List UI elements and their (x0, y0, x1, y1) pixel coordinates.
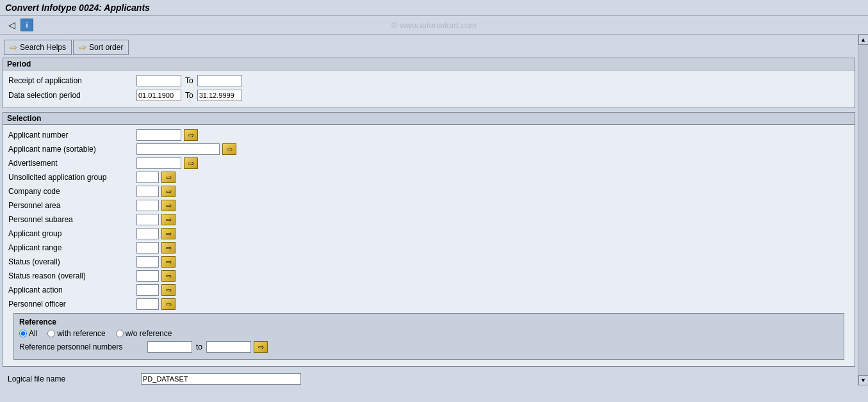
scrollbar[interactable]: ▲ ▼ (858, 35, 868, 385)
applicant-number-arrow[interactable] (184, 129, 198, 141)
status-reason-label: Status reason (overall) (8, 271, 136, 280)
applicant-number-label: Applicant number (8, 131, 136, 140)
applicant-group-row: Applicant group (8, 227, 849, 240)
receipt-to-input[interactable] (197, 75, 242, 86)
logical-file-row: Logical file name (3, 371, 855, 385)
applicant-range-label: Applicant range (8, 243, 136, 252)
receipt-label: Receipt of application (8, 76, 136, 85)
ref-personnel-to-label: to (196, 342, 202, 351)
data-selection-to-label: To (185, 91, 193, 100)
applicant-action-row: Applicant action (8, 284, 849, 296)
receipt-to-label: To (185, 76, 193, 85)
applicant-action-label: Applicant action (8, 285, 136, 294)
radio-all[interactable]: All (19, 329, 37, 338)
status-reason-row: Status reason (overall) (8, 269, 849, 282)
applicant-group-input[interactable] (136, 228, 159, 239)
applicant-group-arrow[interactable] (161, 228, 176, 239)
company-code-row: Company code (8, 185, 849, 198)
status-overall-arrow[interactable] (161, 256, 176, 268)
personnel-officer-label: Personnel officer (8, 300, 136, 309)
ref-personnel-row: Reference personnel numbers to (19, 341, 839, 353)
personnel-subarea-label: Personnel subarea (8, 215, 136, 224)
personnel-area-label: Personnel area (8, 201, 136, 210)
reference-title: Reference (19, 318, 839, 326)
receipt-row: Receipt of application To (8, 74, 849, 87)
search-helps-icon: ⇨ (10, 42, 17, 52)
unsolicited-label: Unsolicited application group (8, 173, 136, 182)
unsolicited-input[interactable] (136, 172, 159, 183)
logical-file-input[interactable] (141, 373, 301, 385)
scroll-track (858, 45, 869, 375)
page-title: Convert Infotype 0024: Applicants (0, 0, 868, 16)
selection-section: Selection Applicant number Applicant nam… (3, 112, 855, 367)
company-code-label: Company code (8, 187, 136, 196)
advertisement-arrow[interactable] (184, 157, 198, 169)
unsolicited-arrow[interactable] (161, 172, 176, 183)
period-title: Period (3, 58, 855, 70)
logical-file-label: Logical file name (8, 374, 136, 383)
sort-order-icon: ⇨ (79, 42, 86, 52)
sort-order-button[interactable]: ⇨ Sort order (73, 40, 129, 55)
data-selection-row: Data selection period To (8, 89, 849, 102)
applicant-name-arrow[interactable] (222, 143, 236, 155)
radio-without-ref-input[interactable] (116, 330, 124, 337)
radio-all-input[interactable] (19, 330, 27, 337)
reference-radio-row: All with reference w/o reference (19, 329, 839, 338)
company-code-input[interactable] (136, 186, 159, 197)
status-reason-input[interactable] (136, 270, 159, 282)
status-overall-row: Status (overall) (8, 255, 849, 268)
period-content: Receipt of application To Data selection… (3, 70, 855, 108)
personnel-subarea-input[interactable] (136, 214, 159, 225)
back-icon[interactable]: ◁ (5, 19, 18, 31)
status-overall-input[interactable] (136, 256, 159, 268)
company-code-arrow[interactable] (161, 186, 176, 197)
applicant-action-input[interactable] (136, 284, 159, 296)
period-section: Period Receipt of application To Data se… (3, 58, 855, 108)
watermark: © www.tutorialkart.com (391, 20, 477, 30)
personnel-officer-arrow[interactable] (161, 298, 176, 310)
applicant-number-input[interactable] (136, 129, 181, 141)
personnel-subarea-row: Personnel subarea (8, 213, 849, 226)
search-helps-button[interactable]: ⇨ Search Helps (4, 40, 72, 55)
radio-without-ref[interactable]: w/o reference (116, 329, 172, 338)
data-selection-to-input[interactable] (197, 90, 242, 101)
action-toolbar: ⇨ Search Helps ⇨ Sort order (3, 37, 855, 58)
reference-section: Reference All with reference w/o refe (13, 313, 844, 360)
selection-title: Selection (3, 113, 855, 125)
personnel-officer-row: Personnel officer (8, 298, 849, 310)
applicant-name-row: Applicant name (sortable) (8, 143, 849, 156)
personnel-area-input[interactable] (136, 200, 159, 211)
applicant-action-arrow[interactable] (161, 284, 176, 296)
personnel-officer-input[interactable] (136, 298, 159, 310)
applicant-range-row: Applicant range (8, 241, 849, 254)
selection-content: Applicant number Applicant name (sortabl… (3, 125, 855, 366)
scroll-down-button[interactable]: ▼ (858, 375, 869, 385)
ref-personnel-to-input[interactable] (206, 341, 251, 353)
advertisement-row: Advertisement (8, 157, 849, 170)
personnel-subarea-arrow[interactable] (161, 214, 176, 225)
applicant-name-input[interactable] (136, 143, 220, 155)
personnel-area-arrow[interactable] (161, 200, 176, 211)
ref-personnel-from-input[interactable] (147, 341, 192, 353)
radio-with-ref-input[interactable] (47, 330, 55, 337)
receipt-from-input[interactable] (136, 75, 181, 86)
radio-with-ref[interactable]: with reference (47, 329, 105, 338)
personnel-area-row: Personnel area (8, 199, 849, 212)
scroll-up-button[interactable]: ▲ (858, 35, 869, 45)
applicant-group-label: Applicant group (8, 229, 136, 238)
applicant-number-row: Applicant number (8, 129, 849, 141)
info-icon[interactable]: i (20, 19, 33, 31)
applicant-range-arrow[interactable] (161, 242, 176, 253)
unsolicited-row: Unsolicited application group (8, 171, 849, 184)
advertisement-label: Advertisement (8, 159, 136, 168)
data-selection-label: Data selection period (8, 91, 136, 100)
status-reason-arrow[interactable] (161, 270, 176, 282)
icon-toolbar: ◁ i © www.tutorialkart.com (0, 16, 868, 35)
status-overall-label: Status (overall) (8, 257, 136, 266)
applicant-name-label: Applicant name (sortable) (8, 145, 136, 154)
applicant-range-input[interactable] (136, 242, 159, 253)
content-area: ⇨ Search Helps ⇨ Sort order Period Recei… (0, 35, 858, 385)
ref-personnel-arrow[interactable] (254, 341, 268, 353)
advertisement-input[interactable] (136, 157, 181, 169)
data-selection-from-input[interactable] (136, 90, 181, 101)
